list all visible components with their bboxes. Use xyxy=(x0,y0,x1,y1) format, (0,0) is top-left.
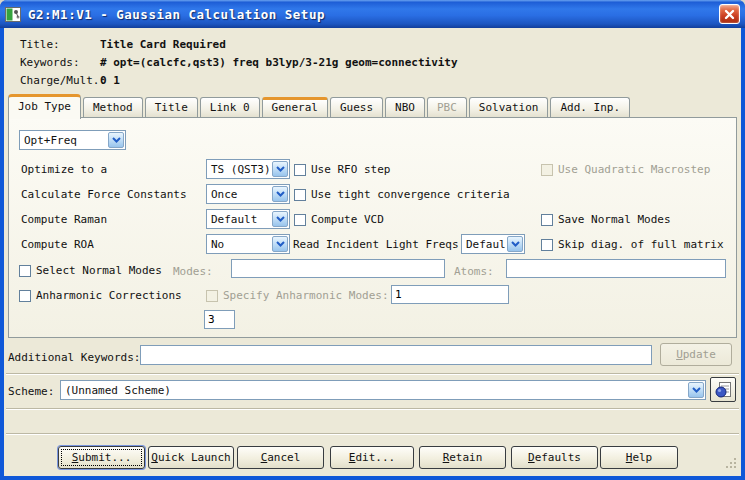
select-normal-modes-label: Select Normal Modes xyxy=(36,264,162,278)
anharmonic-modes-input[interactable] xyxy=(391,285,509,304)
use-rfo-checkbox-row[interactable]: Use RFO step xyxy=(294,162,390,177)
resize-grip[interactable] xyxy=(726,454,737,473)
edit-button[interactable]: Edit... xyxy=(330,446,414,469)
tight-convergence-checkbox-row[interactable]: Use tight convergence criteria xyxy=(294,187,510,202)
scheme-editor-icon xyxy=(714,381,732,399)
save-normal-modes-checkbox-row[interactable]: Save Normal Modes xyxy=(541,212,671,227)
compute-raman-dropdown[interactable]: Default xyxy=(206,209,290,229)
read-incident-label: Read Incident Light Freqs xyxy=(293,238,459,252)
quad-macrostep-checkbox-row: Use Quadratic Macrostep xyxy=(541,162,710,177)
titlebar[interactable]: G2:M1:V1 - Gaussian Calculation Setup xyxy=(0,0,745,28)
scheme-dropdown[interactable]: (Unnamed Scheme) xyxy=(60,380,706,400)
use-rfo-checkbox[interactable] xyxy=(294,164,306,176)
chevron-down-icon[interactable] xyxy=(108,132,124,148)
skip-diag-checkbox[interactable] xyxy=(541,239,553,251)
skip-diag-checkbox-row[interactable]: Skip diag. of full matrix xyxy=(541,237,724,252)
tab-general[interactable]: General xyxy=(262,97,328,118)
tab-pbc: PBC xyxy=(427,97,467,118)
quad-macrostep-checkbox xyxy=(541,164,553,176)
compute-raman-value: Default xyxy=(207,213,271,226)
job-type-value: Opt+Freq xyxy=(20,134,107,147)
chevron-down-icon[interactable] xyxy=(272,236,288,252)
use-rfo-label: Use RFO step xyxy=(311,163,390,177)
specify-anharmonic-label: Specify Anharmonic Modes: xyxy=(223,289,389,303)
compute-roa-dropdown[interactable]: No xyxy=(206,234,290,254)
title-field-label: Title: xyxy=(20,38,60,52)
dialog-body: Title: Title Card Required Keywords: # o… xyxy=(4,28,741,476)
window-title: G2:M1:V1 - Gaussian Calculation Setup xyxy=(28,7,325,22)
defaults-button[interactable]: Defaults xyxy=(511,446,598,469)
chevron-down-icon[interactable] xyxy=(688,382,704,398)
force-constants-dropdown[interactable]: Once xyxy=(206,184,290,204)
close-button[interactable] xyxy=(719,4,740,24)
keywords-field-value: # opt=(calcfc,qst3) freq b3lyp/3-21g geo… xyxy=(100,56,458,70)
compute-vcd-checkbox[interactable] xyxy=(294,214,306,226)
save-normal-modes-checkbox[interactable] xyxy=(541,214,553,226)
save-normal-modes-label: Save Normal Modes xyxy=(558,213,671,227)
force-constants-label: Calculate Force Constants xyxy=(21,188,187,202)
separator xyxy=(6,433,739,435)
title-field-value: Title Card Required xyxy=(100,38,226,52)
tab-link0[interactable]: Link 0 xyxy=(200,97,260,118)
read-incident-dropdown[interactable]: Default xyxy=(461,234,525,254)
chevron-down-icon[interactable] xyxy=(272,186,288,202)
tabstrip: Job Type Method Title Link 0 General Gue… xyxy=(8,92,739,118)
gaussian-calc-setup-window: G2:M1:V1 - Gaussian Calculation Setup Ti… xyxy=(0,0,745,480)
chevron-down-icon[interactable] xyxy=(272,161,288,177)
optimize-to-value: TS (QST3) xyxy=(207,163,271,176)
quick-launch-button[interactable]: Quick Launch xyxy=(148,446,234,469)
job-type-panel: Opt+Freq Optimize to a TS (QST3) Use RFO… xyxy=(8,117,737,338)
tight-convergence-checkbox[interactable] xyxy=(294,189,306,201)
charge-mult-label: Charge/Mult.: xyxy=(20,74,106,88)
update-button: Update xyxy=(660,343,732,366)
separator xyxy=(6,373,739,375)
compute-roa-label: Compute ROA xyxy=(21,238,94,252)
compute-vcd-label: Compute VCD xyxy=(311,213,384,227)
anharmonic-corrections-checkbox-row[interactable]: Anharmonic Corrections xyxy=(19,288,182,303)
read-incident-value: Default xyxy=(462,238,506,251)
job-type-dropdown[interactable]: Opt+Freq xyxy=(19,130,126,150)
compute-raman-label: Compute Raman xyxy=(21,213,107,227)
close-icon xyxy=(724,9,735,20)
chevron-down-icon[interactable] xyxy=(272,211,288,227)
tab-job-type[interactable]: Job Type xyxy=(8,94,81,119)
select-normal-modes-checkbox[interactable] xyxy=(19,265,31,277)
modes-label: Modes: xyxy=(173,265,213,279)
compute-vcd-checkbox-row[interactable]: Compute VCD xyxy=(294,212,384,227)
additional-keywords-input[interactable] xyxy=(140,345,652,365)
quad-macrostep-label: Use Quadratic Macrostep xyxy=(558,163,710,177)
tight-convergence-label: Use tight convergence criteria xyxy=(311,188,510,202)
optimize-to-label: Optimize to a xyxy=(21,163,107,177)
tab-method[interactable]: Method xyxy=(83,97,143,118)
select-normal-modes-checkbox-row[interactable]: Select Normal Modes xyxy=(19,263,162,278)
anharmonic-corrections-label: Anharmonic Corrections xyxy=(36,289,182,303)
tab-title[interactable]: Title xyxy=(145,97,198,118)
separator xyxy=(6,408,739,410)
app-icon xyxy=(5,6,22,23)
cancel-button[interactable]: Cancel xyxy=(237,446,324,469)
modes-input[interactable] xyxy=(231,259,445,278)
keywords-field-label: Keywords: xyxy=(20,56,80,70)
specify-anharmonic-checkbox xyxy=(206,290,218,302)
force-constants-value: Once xyxy=(207,188,271,201)
help-button[interactable]: Help xyxy=(600,446,678,469)
anharmonic-count-input[interactable] xyxy=(204,310,235,329)
atoms-input[interactable] xyxy=(506,259,726,278)
tab-guess[interactable]: Guess xyxy=(330,97,383,118)
scheme-editor-button[interactable] xyxy=(710,377,736,402)
scheme-value: (Unnamed Scheme) xyxy=(61,384,687,397)
chevron-down-icon[interactable] xyxy=(507,236,523,252)
specify-anharmonic-checkbox-row: Specify Anharmonic Modes: xyxy=(206,288,389,303)
submit-button[interactable]: Submit... xyxy=(58,446,145,469)
charge-mult-value: 0 1 xyxy=(100,74,120,88)
anharmonic-corrections-checkbox[interactable] xyxy=(19,290,31,302)
retain-button[interactable]: Retain xyxy=(419,446,506,469)
compute-roa-value: No xyxy=(207,238,271,251)
optimize-to-dropdown[interactable]: TS (QST3) xyxy=(206,159,290,179)
tab-nbo[interactable]: NBO xyxy=(385,97,425,118)
skip-diag-label: Skip diag. of full matrix xyxy=(558,238,724,252)
tab-add-inp[interactable]: Add. Inp. xyxy=(550,97,630,118)
scheme-label: Scheme: xyxy=(8,385,54,399)
additional-keywords-label: Additional Keywords: xyxy=(8,351,140,365)
tab-solvation[interactable]: Solvation xyxy=(469,97,549,118)
